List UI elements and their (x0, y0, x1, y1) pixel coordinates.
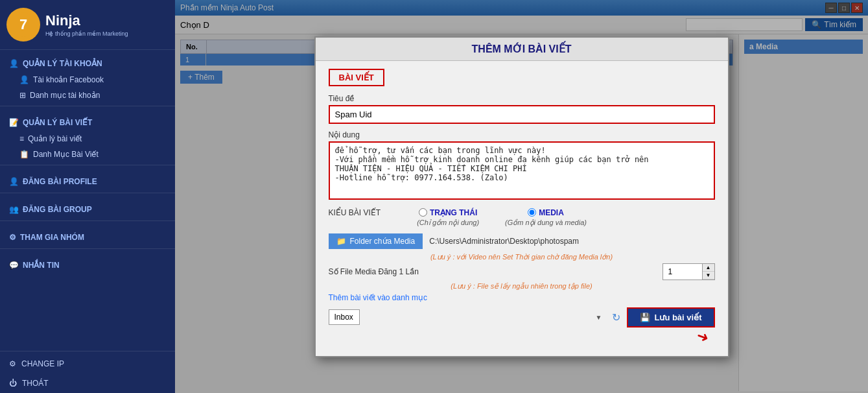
media-label: MEDIA (539, 208, 564, 217)
sidebar-item-dang-bai-profile[interactable]: 👤 ĐĂNG BÀI PROFILE (0, 173, 175, 190)
sidebar-item-change-ip[interactable]: ⚙ CHANGE IP (0, 354, 175, 374)
logo-name: Ninja (45, 12, 128, 29)
section-tham-gia-nhom: ⚙ THAM GIA NHÓM (0, 224, 175, 246)
tieu-de-label: Tiêu đề (329, 94, 715, 103)
option-trang-thai: TRẠNG THÁI (Chỉ gồm nội dung) (417, 208, 479, 227)
section-bai-viet: 📝 QUẢN LÝ BÀI VIẾT ≡ Quản lý bài viết 📋 … (0, 109, 175, 162)
sidebar-item-tai-khoan-facebook[interactable]: 👤 Tài khoản Facebook (0, 72, 175, 88)
radio-media[interactable] (528, 208, 536, 217)
folder-btn-label: Folder chứa Media (350, 237, 416, 246)
logo-text-area: Ninja Hệ thống phần mềm Marketing (45, 12, 128, 37)
noi-dung-textarea[interactable]: để hỗ trợ, tư vấn các bạn trong lĩnh vực… (329, 141, 715, 200)
folder-button[interactable]: 📁 Folder chứa Media (329, 233, 423, 249)
nhan-tin-label: NHẮN TIN (23, 261, 60, 270)
power-icon: ⏻ (9, 379, 17, 388)
profile-icon: 👤 (9, 177, 19, 186)
logo-icon: 7 (6, 8, 40, 42)
sidebar-item-ql-bai-viet[interactable]: ≡ Quản lý bài viết (0, 131, 175, 147)
spinner-up[interactable]: ▲ (703, 264, 714, 272)
sidebar-item-quan-ly-bai-viet[interactable]: 📝 QUẢN LÝ BÀI VIẾT (0, 114, 175, 131)
refresh-icon: ↻ (612, 312, 620, 323)
clipboard-icon: 📋 (19, 150, 29, 159)
dialog-body: BÀI VIẾT Tiêu đề Nội dung để hỗ trợ, tư … (316, 61, 728, 356)
sidebar-item-tham-gia-nhom[interactable]: ⚙ THAM GIA NHÓM (0, 229, 175, 246)
sidebar-item-dang-bai-group[interactable]: 👥 ĐĂNG BÀI GROUP (0, 201, 175, 218)
dialog-header: THÊM MỚI BÀI VIẾT (316, 38, 728, 61)
sidebar-label-ql-bv: Quản lý bài viết (28, 134, 82, 143)
svg-text:7: 7 (19, 16, 27, 32)
folder-path: C:\Users\Administrator\Desktop\photospam (429, 237, 579, 246)
tieu-de-input[interactable] (329, 105, 715, 124)
add-to-category-link[interactable]: Thêm bài viết vào danh mục (329, 293, 427, 302)
section-bai-viet-label: QUẢN LÝ BÀI VIẾT (23, 118, 92, 127)
sidebar-label-tai-khoan: Tài khoản Facebook (33, 75, 104, 84)
save-icon: 💾 (640, 313, 650, 322)
sidebar-bottom: ⚙ CHANGE IP ⏻ THOÁT (0, 348, 175, 393)
edit-icon: 📝 (9, 118, 19, 127)
dang-bai-profile-label: ĐĂNG BÀI PROFILE (23, 177, 97, 186)
section-account: 👤 QUẢN LÝ TÀI KHOẢN 👤 Tài khoản Facebook… (0, 50, 175, 103)
thoat-label: THOÁT (22, 379, 49, 388)
folder-row: 📁 Folder chứa Media C:\Users\Administrat… (329, 233, 715, 249)
so-file-label: Số File Media Đăng 1 Lần (329, 267, 419, 276)
sidebar-item-thoat[interactable]: ⏻ THOÁT (0, 374, 175, 393)
dialog-title: THÊM MỚI BÀI VIẾT (316, 43, 728, 55)
so-file-spinner: 1 ▲ ▼ (663, 263, 715, 280)
sidebar-item-danh-muc-tai-khoan[interactable]: ⊞ Danh mục tài khoản (0, 88, 175, 103)
save-btn-label: Lưu bài viết (654, 313, 701, 322)
section-dang-bai-group: 👥 ĐĂNG BÀI GROUP (0, 196, 175, 218)
main-area: Phần mềm Ninja Auto Post ─ □ ✕ Chọn D 🔍 … (175, 0, 868, 393)
section-nhan-tin: 💬 NHẮN TIN (0, 252, 175, 274)
file-count-row: Số File Media Đăng 1 Lần 1 ▲ ▼ (329, 263, 715, 280)
folder-icon: 📁 (336, 237, 346, 246)
spinner-buttons: ▲ ▼ (702, 264, 714, 280)
sidebar: 7 Ninja Hệ thống phần mềm Marketing 👤 QU… (0, 0, 175, 393)
so-file-value: 1 (663, 265, 702, 278)
message-icon: 💬 (9, 261, 19, 270)
change-ip-icon: ⚙ (9, 359, 16, 368)
dialog-overlay: THÊM MỚI BÀI VIẾT BÀI VIẾT Tiêu đề Nội d… (175, 0, 868, 393)
refresh-button[interactable]: ↻ (612, 311, 620, 324)
group-icon: 👥 (9, 205, 19, 214)
media-sub: (Gồm nội dung và media) (505, 219, 587, 227)
grid-icon: ⊞ (19, 91, 26, 100)
option-media: MEDIA (Gồm nội dung và media) (505, 208, 587, 227)
sidebar-label-danh-muc-bv: Danh Mục Bài Viết (33, 150, 99, 159)
form-group-noi-dung: Nội dung để hỗ trợ, tư vấn các bạn trong… (329, 130, 715, 202)
dialog-tabs: BÀI VIẾT (329, 69, 715, 86)
dialog: THÊM MỚI BÀI VIẾT BÀI VIẾT Tiêu đề Nội d… (314, 36, 729, 357)
arrow-indicator-area: ➜ (329, 329, 715, 346)
radio-trang-thai[interactable] (419, 208, 427, 217)
tham-gia-nhom-label: THAM GIA NHÓM (20, 233, 84, 242)
sidebar-item-nhan-tin[interactable]: 💬 NHẮN TIN (0, 257, 175, 274)
category-select[interactable]: Inbox (329, 309, 360, 325)
note1: (Lưu ý : với Video nên Set Thời gian chờ… (329, 253, 715, 261)
trang-thai-label: TRẠNG THÁI (430, 208, 477, 217)
section-dang-bai-profile: 👤 ĐĂNG BÀI PROFILE (0, 168, 175, 190)
sidebar-item-quan-ly-tai-khoan[interactable]: 👤 QUẢN LÝ TÀI KHOẢN (0, 55, 175, 72)
section-account-label: QUẢN LÝ TÀI KHOẢN (23, 59, 102, 68)
dang-bai-group-label: ĐĂNG BÀI GROUP (23, 205, 92, 214)
radio-group-kieu: KIỂU BÀI VIẾT TRẠNG THÁI (Chỉ gồm nội du… (329, 208, 715, 227)
sidebar-item-danh-muc-bai-viet[interactable]: 📋 Danh Mục Bài Viết (0, 147, 175, 162)
bottom-row: Inbox ▼ ↻ 💾 Lưu bài viết (329, 307, 715, 328)
facebook-icon: 👤 (19, 75, 29, 84)
list-icon: ≡ (19, 134, 24, 143)
logo-subtitle: Hệ thống phần mềm Marketing (45, 30, 128, 37)
join-icon: ⚙ (9, 233, 16, 242)
spinner-down[interactable]: ▼ (703, 272, 714, 280)
arrow-indicator: ➜ (694, 327, 711, 347)
sidebar-label-danh-muc-tk: Danh mục tài khoản (30, 91, 100, 100)
change-ip-label: CHANGE IP (21, 359, 64, 368)
noi-dung-label: Nội dung (329, 130, 715, 139)
kieu-bai-viet-label: KIỂU BÀI VIẾT (329, 208, 381, 217)
tab-bai-viet[interactable]: BÀI VIẾT (329, 69, 384, 86)
save-button[interactable]: 💾 Lưu bài viết (627, 307, 714, 328)
trang-thai-sub: (Chỉ gồm nội dung) (417, 219, 479, 227)
user-icon: 👤 (9, 59, 19, 68)
form-group-tieu-de: Tiêu đề (329, 94, 715, 124)
note2: (Lưu ý : File sẽ lấy ngẫu nhiên trong tậ… (329, 282, 715, 291)
logo-area: 7 Ninja Hệ thống phần mềm Marketing (0, 0, 175, 50)
select-arrow-icon: ▼ (596, 314, 602, 321)
